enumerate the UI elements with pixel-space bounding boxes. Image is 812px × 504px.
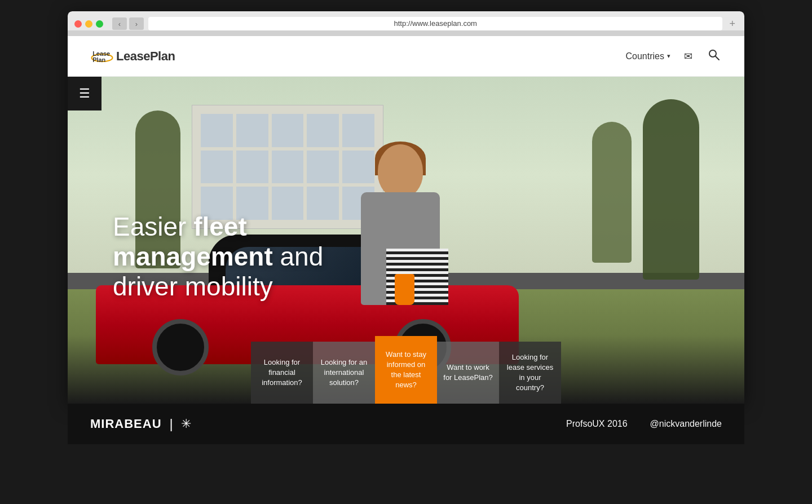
browser-window: ‹ › http://www.leaseplan.com + Lease Pla… (68, 11, 744, 404)
cta-news-text: Want to stay informed on the latest news… (381, 350, 431, 391)
person (344, 144, 468, 359)
search-icon (708, 49, 720, 60)
countries-dropdown-button[interactable]: Countries ▾ (626, 51, 670, 61)
nav-back-button[interactable]: ‹ (112, 17, 127, 30)
cta-cards-row: Looking for financial information? Looki… (251, 342, 561, 404)
twitter-handle: @nickvanderlinde (650, 419, 722, 429)
hero-text: Easier fleet management and driver mobil… (113, 212, 323, 302)
browser-dots (74, 20, 103, 28)
footer-separator: | (170, 416, 173, 432)
mirabeau-star-icon: ✳ (181, 417, 191, 431)
hero-fleet: fleet (193, 212, 247, 241)
menu-toggle-button[interactable]: ☰ (68, 77, 102, 110)
address-bar[interactable]: http://www.leaseplan.com (148, 17, 722, 30)
search-button[interactable] (706, 47, 722, 65)
new-tab-button[interactable]: + (727, 18, 738, 30)
navbar: Lease Plan LeasePlan Countries ▾ ✉ (68, 36, 744, 77)
hero-headline-line2: management and (113, 242, 323, 272)
hero-easier: Easier (113, 212, 193, 241)
svg-line-4 (716, 56, 719, 60)
browser-nav: ‹ › (112, 17, 144, 30)
car-wheel-left (152, 319, 209, 375)
logo-area[interactable]: Lease Plan LeasePlan (90, 45, 175, 68)
tab-bar (68, 30, 744, 36)
tree-right2 (592, 122, 632, 263)
hero-headline-line1: Easier fleet (113, 212, 323, 242)
cta-financial-text: Looking for financial information? (257, 357, 307, 388)
cta-work-card[interactable]: Want to work for LeasePlan? (437, 342, 499, 404)
dot-close[interactable] (74, 20, 82, 28)
tree-right (643, 99, 699, 280)
person-head (378, 144, 423, 198)
footer-bar: MIRABEAU | ✳ ProfsoUX 2016 @nickvanderli… (68, 404, 744, 444)
nav-forward-button[interactable]: › (129, 17, 144, 30)
leaseplan-logo-icon: Lease Plan (90, 45, 114, 68)
footer-brand: MIRABEAU | ✳ (90, 416, 191, 432)
browser-chrome: ‹ › http://www.leaseplan.com + (68, 11, 744, 30)
profsoux-label: ProfsoUX 2016 (566, 419, 628, 429)
hero-management: management (113, 242, 273, 271)
mirabeau-brand-text: MIRABEAU (90, 417, 162, 431)
website-content: Lease Plan LeasePlan Countries ▾ ✉ (68, 36, 744, 404)
cta-news-card[interactable]: Want to stay informed on the latest news… (375, 336, 437, 404)
countries-label: Countries (626, 51, 664, 61)
dot-fullscreen[interactable] (96, 20, 103, 28)
cta-work-text: Want to work for LeasePlan? (443, 362, 493, 383)
footer-credits: ProfsoUX 2016 @nickvanderlinde (566, 419, 722, 429)
coffee-cup (395, 274, 414, 305)
cta-international-text: Looking for an international solution? (319, 357, 369, 388)
chevron-down-icon: ▾ (667, 52, 670, 60)
hero-section: ☰ Easier fleet management and driver mob… (68, 77, 744, 404)
hero-headline-line3: driver mobility (113, 272, 323, 302)
hero-and: and (273, 242, 324, 271)
cta-international-card[interactable]: Looking for an international solution? (313, 342, 375, 404)
cta-financial-card[interactable]: Looking for financial information? (251, 342, 313, 404)
nav-right: Countries ▾ ✉ (626, 47, 722, 65)
cta-country-text: Looking for lease services in your count… (505, 352, 555, 394)
svg-point-3 (709, 50, 716, 57)
cta-country-card[interactable]: Looking for lease services in your count… (499, 342, 561, 404)
email-button[interactable]: ✉ (682, 48, 695, 65)
svg-text:Plan: Plan (92, 56, 105, 63)
dot-minimize[interactable] (85, 20, 92, 28)
logo-text: LeasePlan (116, 49, 175, 64)
